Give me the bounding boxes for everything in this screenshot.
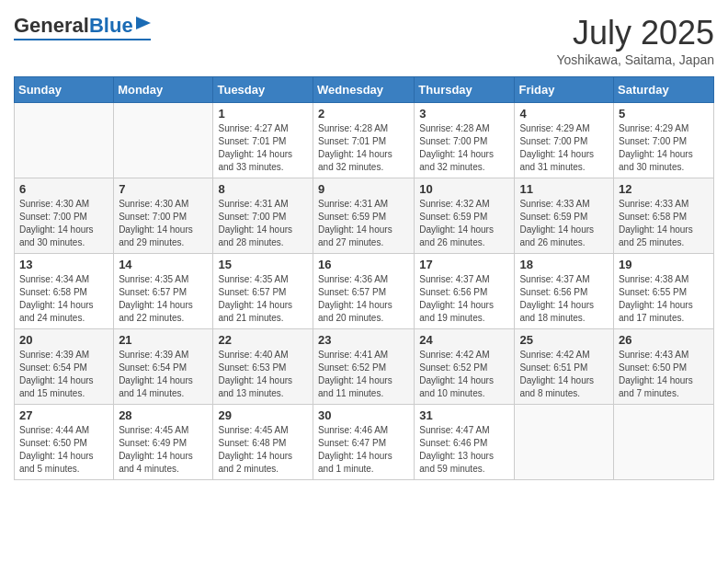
- weekday-header-wednesday: Wednesday: [313, 77, 415, 103]
- calendar-cell: 6Sunrise: 4:30 AM Sunset: 7:00 PM Daylig…: [15, 178, 114, 254]
- day-number: 10: [419, 182, 509, 196]
- day-number: 30: [318, 408, 409, 422]
- weekday-header-thursday: Thursday: [415, 77, 515, 103]
- day-info: Sunrise: 4:33 AM Sunset: 6:59 PM Dayligh…: [519, 198, 609, 249]
- day-info: Sunrise: 4:37 AM Sunset: 6:56 PM Dayligh…: [519, 273, 609, 325]
- day-info: Sunrise: 4:43 AM Sunset: 6:50 PM Dayligh…: [619, 349, 709, 400]
- calendar-cell: 15Sunrise: 4:35 AM Sunset: 6:57 PM Dayli…: [213, 254, 313, 329]
- calendar-week-row: 13Sunrise: 4:34 AM Sunset: 6:58 PM Dayli…: [15, 254, 714, 329]
- calendar-cell: 17Sunrise: 4:37 AM Sunset: 6:56 PM Dayli…: [415, 254, 515, 329]
- day-number: 18: [519, 258, 609, 271]
- day-number: 31: [419, 408, 509, 422]
- day-number: 14: [119, 258, 208, 271]
- calendar-cell: 27Sunrise: 4:44 AM Sunset: 6:50 PM Dayli…: [15, 405, 114, 480]
- day-number: 24: [419, 333, 509, 347]
- day-number: 11: [519, 182, 609, 196]
- calendar-cell: 23Sunrise: 4:41 AM Sunset: 6:52 PM Dayli…: [313, 329, 415, 405]
- logo-arrow-icon: [136, 17, 151, 33]
- day-info: Sunrise: 4:32 AM Sunset: 6:59 PM Dayligh…: [419, 198, 509, 249]
- day-number: 8: [218, 182, 308, 196]
- day-number: 20: [19, 333, 108, 347]
- calendar-cell: 20Sunrise: 4:39 AM Sunset: 6:54 PM Dayli…: [15, 329, 114, 405]
- calendar-cell: 12Sunrise: 4:33 AM Sunset: 6:58 PM Dayli…: [614, 178, 714, 254]
- day-info: Sunrise: 4:30 AM Sunset: 7:00 PM Dayligh…: [19, 198, 108, 249]
- day-number: 4: [519, 107, 609, 121]
- day-info: Sunrise: 4:31 AM Sunset: 7:00 PM Dayligh…: [218, 198, 308, 249]
- day-info: Sunrise: 4:34 AM Sunset: 6:58 PM Dayligh…: [19, 273, 108, 325]
- calendar-cell: [614, 405, 714, 480]
- day-number: 17: [419, 258, 509, 271]
- weekday-header-sunday: Sunday: [15, 77, 114, 103]
- day-number: 9: [318, 182, 409, 196]
- day-info: Sunrise: 4:35 AM Sunset: 6:57 PM Dayligh…: [218, 273, 308, 325]
- calendar-cell: 5Sunrise: 4:29 AM Sunset: 7:00 PM Daylig…: [614, 103, 714, 178]
- day-number: 2: [318, 107, 409, 121]
- calendar-cell: 16Sunrise: 4:36 AM Sunset: 6:57 PM Dayli…: [313, 254, 415, 329]
- calendar-cell: 18Sunrise: 4:37 AM Sunset: 6:56 PM Dayli…: [515, 254, 614, 329]
- location-subtitle: Yoshikawa, Saitama, Japan: [557, 52, 714, 67]
- calendar-week-row: 1Sunrise: 4:27 AM Sunset: 7:01 PM Daylig…: [15, 103, 714, 178]
- weekday-header-saturday: Saturday: [614, 77, 714, 103]
- day-info: Sunrise: 4:42 AM Sunset: 6:51 PM Dayligh…: [519, 349, 609, 400]
- day-info: Sunrise: 4:35 AM Sunset: 6:57 PM Dayligh…: [119, 273, 208, 325]
- day-info: Sunrise: 4:39 AM Sunset: 6:54 PM Dayligh…: [119, 349, 208, 400]
- day-info: Sunrise: 4:45 AM Sunset: 6:48 PM Dayligh…: [218, 424, 308, 476]
- day-number: 3: [419, 107, 509, 121]
- logo-blue: Blue: [89, 14, 133, 38]
- day-info: Sunrise: 4:37 AM Sunset: 6:56 PM Dayligh…: [419, 273, 509, 325]
- calendar-cell: 8Sunrise: 4:31 AM Sunset: 7:00 PM Daylig…: [213, 178, 313, 254]
- calendar-cell: 7Sunrise: 4:30 AM Sunset: 7:00 PM Daylig…: [114, 178, 213, 254]
- day-number: 27: [19, 408, 108, 422]
- calendar-cell: 13Sunrise: 4:34 AM Sunset: 6:58 PM Dayli…: [15, 254, 114, 329]
- day-info: Sunrise: 4:28 AM Sunset: 7:00 PM Dayligh…: [419, 122, 509, 174]
- day-number: 13: [19, 258, 108, 271]
- weekday-header-monday: Monday: [114, 77, 213, 103]
- day-number: 23: [318, 333, 409, 347]
- day-number: 29: [218, 408, 308, 422]
- calendar-cell: [515, 405, 614, 480]
- day-number: 5: [619, 107, 709, 121]
- calendar-cell: 11Sunrise: 4:33 AM Sunset: 6:59 PM Dayli…: [515, 178, 614, 254]
- calendar-cell: 1Sunrise: 4:27 AM Sunset: 7:01 PM Daylig…: [213, 103, 313, 178]
- calendar-cell: 26Sunrise: 4:43 AM Sunset: 6:50 PM Dayli…: [614, 329, 714, 405]
- day-info: Sunrise: 4:47 AM Sunset: 6:46 PM Dayligh…: [419, 424, 509, 476]
- day-number: 28: [119, 408, 208, 422]
- calendar-cell: 19Sunrise: 4:38 AM Sunset: 6:55 PM Dayli…: [614, 254, 714, 329]
- logo-general: General: [14, 14, 89, 38]
- calendar-cell: 31Sunrise: 4:47 AM Sunset: 6:46 PM Dayli…: [415, 405, 515, 480]
- day-number: 15: [218, 258, 308, 271]
- day-number: 22: [218, 333, 308, 347]
- day-info: Sunrise: 4:36 AM Sunset: 6:57 PM Dayligh…: [318, 273, 409, 325]
- calendar-cell: 28Sunrise: 4:45 AM Sunset: 6:49 PM Dayli…: [114, 405, 213, 480]
- day-info: Sunrise: 4:45 AM Sunset: 6:49 PM Dayligh…: [119, 424, 208, 476]
- calendar-cell: 9Sunrise: 4:31 AM Sunset: 6:59 PM Daylig…: [313, 178, 415, 254]
- calendar-cell: 24Sunrise: 4:42 AM Sunset: 6:52 PM Dayli…: [415, 329, 515, 405]
- calendar-cell: 25Sunrise: 4:42 AM Sunset: 6:51 PM Dayli…: [515, 329, 614, 405]
- calendar-cell: 2Sunrise: 4:28 AM Sunset: 7:01 PM Daylig…: [313, 103, 415, 178]
- page-header: General Blue July 2025 Yoshikawa, Saitam…: [14, 14, 714, 67]
- calendar-cell: 3Sunrise: 4:28 AM Sunset: 7:00 PM Daylig…: [415, 103, 515, 178]
- day-info: Sunrise: 4:29 AM Sunset: 7:00 PM Dayligh…: [519, 122, 609, 174]
- day-number: 6: [19, 182, 108, 196]
- logo: General Blue: [14, 14, 151, 40]
- day-number: 12: [619, 182, 709, 196]
- day-info: Sunrise: 4:39 AM Sunset: 6:54 PM Dayligh…: [19, 349, 108, 400]
- calendar-cell: [15, 103, 114, 178]
- day-number: 7: [119, 182, 208, 196]
- day-info: Sunrise: 4:44 AM Sunset: 6:50 PM Dayligh…: [19, 424, 108, 476]
- calendar-cell: 30Sunrise: 4:46 AM Sunset: 6:47 PM Dayli…: [313, 405, 415, 480]
- calendar-week-row: 20Sunrise: 4:39 AM Sunset: 6:54 PM Dayli…: [15, 329, 714, 405]
- day-info: Sunrise: 4:31 AM Sunset: 6:59 PM Dayligh…: [318, 198, 409, 249]
- day-info: Sunrise: 4:42 AM Sunset: 6:52 PM Dayligh…: [419, 349, 509, 400]
- calendar-week-row: 6Sunrise: 4:30 AM Sunset: 7:00 PM Daylig…: [15, 178, 714, 254]
- day-number: 1: [218, 107, 308, 121]
- day-number: 21: [119, 333, 208, 347]
- day-info: Sunrise: 4:27 AM Sunset: 7:01 PM Dayligh…: [218, 122, 308, 174]
- svg-marker-0: [136, 17, 151, 29]
- day-info: Sunrise: 4:28 AM Sunset: 7:01 PM Dayligh…: [318, 122, 409, 174]
- day-number: 25: [519, 333, 609, 347]
- calendar-week-row: 27Sunrise: 4:44 AM Sunset: 6:50 PM Dayli…: [15, 405, 714, 480]
- day-info: Sunrise: 4:38 AM Sunset: 6:55 PM Dayligh…: [619, 273, 709, 325]
- calendar-cell: 29Sunrise: 4:45 AM Sunset: 6:48 PM Dayli…: [213, 405, 313, 480]
- day-number: 19: [619, 258, 709, 271]
